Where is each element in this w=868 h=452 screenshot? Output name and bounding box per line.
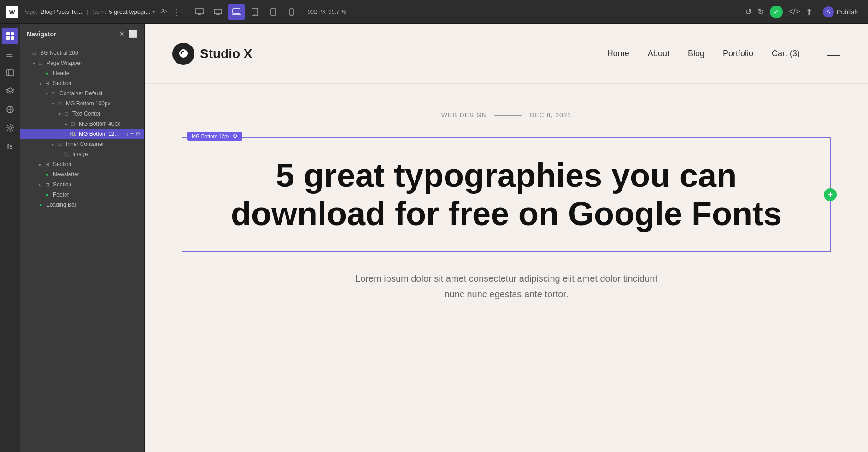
- item-type-icon-mg-bottom-12: H1: [69, 130, 76, 138]
- tree-item-section-2[interactable]: ⊞Section: [20, 159, 144, 169]
- device-desktop-button[interactable]: [209, 4, 227, 20]
- nav-link-about[interactable]: About: [648, 49, 669, 58]
- tree-item-mg-bottom-100[interactable]: □MG Bottom 100px: [20, 99, 144, 109]
- site-nav-links: Home About Blog Portfolio Cart (3): [607, 49, 840, 58]
- item-label-mg-bottom-100: MG Bottom 100px: [66, 100, 141, 107]
- tree-item-section-1[interactable]: ⊞Section: [20, 78, 144, 88]
- device-mobile-button[interactable]: [283, 4, 300, 20]
- tree-item-page-wrapper[interactable]: □Page Wrapper: [20, 58, 144, 68]
- redo-button[interactable]: ↻: [757, 7, 764, 17]
- svg-rect-9: [11, 32, 14, 35]
- item-move-up-icon[interactable]: ↑: [126, 131, 129, 137]
- nav-link-blog[interactable]: Blog: [688, 49, 704, 58]
- item-label-section-1: Section: [53, 80, 141, 87]
- svg-rect-10: [6, 36, 10, 40]
- nav-link-home[interactable]: Home: [607, 49, 629, 58]
- site-navigation: Studio X Home About Blog Portfolio Cart …: [145, 24, 868, 84]
- tree-item-inner-container[interactable]: □Inner Container: [20, 139, 144, 149]
- item-label-container-default: Container Default: [59, 90, 141, 97]
- tree-item-loading-bar[interactable]: ●Loading Bar: [20, 200, 144, 210]
- layers-button[interactable]: [2, 83, 18, 99]
- tree-item-footer[interactable]: ●Footer: [20, 190, 144, 200]
- tree-item-mg-bottom-40[interactable]: □MG Bottom 40px: [20, 119, 144, 129]
- tree-item-newsletter[interactable]: ●Newsletter: [20, 169, 144, 180]
- page-label: Page:: [22, 8, 38, 15]
- page-info: Page: Blog Posts Te... | Item: 5 great t…: [22, 8, 167, 16]
- item-type-icon-section-3: ⊞: [43, 181, 51, 188]
- navigator-header: Navigator ✕ ⬜: [20, 24, 144, 44]
- app-logo[interactable]: W: [6, 6, 18, 18]
- item-type-icon-header: ●: [43, 70, 51, 77]
- item-settings-icon[interactable]: ⚙: [135, 131, 141, 137]
- undo-button[interactable]: ↺: [745, 7, 752, 17]
- width-value: 992 PX: [308, 9, 326, 15]
- element-badge[interactable]: MG Bottom 12px ⚙: [187, 132, 242, 141]
- navigator-expand-button[interactable]: ⬜: [129, 29, 138, 38]
- item-type-icon-container-default: □: [50, 90, 57, 97]
- item-label-text-center: Text Center: [72, 110, 141, 117]
- tree-item-bg-neutral[interactable]: □BG Neutral 200: [20, 48, 144, 58]
- svg-rect-2: [233, 9, 240, 13]
- item-name[interactable]: 5 great typogr... ▾: [109, 8, 155, 15]
- pages-button[interactable]: [2, 64, 18, 81]
- tree-item-section-3[interactable]: ⊞Section: [20, 180, 144, 190]
- export-button[interactable]: ⬆: [806, 7, 813, 17]
- site-logo-icon: [172, 43, 194, 65]
- device-tablet-button[interactable]: [246, 4, 264, 20]
- blog-title-container[interactable]: MG Bottom 12px ⚙ + 5 great typographies …: [182, 137, 831, 252]
- tree-item-container-default[interactable]: □Container Default: [20, 88, 144, 99]
- settings-button[interactable]: [2, 120, 18, 136]
- user-avatar: A: [823, 6, 834, 17]
- fonts-button[interactable]: fs: [2, 138, 18, 155]
- tree-arrow-section-3[interactable]: [37, 182, 43, 187]
- tree-arrow-mg-bottom-100[interactable]: [50, 101, 56, 106]
- tree-arrow-section-2[interactable]: [37, 162, 43, 167]
- item-label-page-wrapper: Page Wrapper: [47, 60, 141, 66]
- device-desktop-large-button[interactable]: [191, 4, 208, 20]
- add-element-plus-icon[interactable]: +: [824, 188, 837, 201]
- item-label-bg-neutral: BG Neutral 200: [40, 50, 141, 56]
- device-switcher: [191, 4, 300, 20]
- item-label-header: Header: [53, 70, 141, 76]
- tree-item-text-center[interactable]: □Text Center: [20, 109, 144, 119]
- more-options-icon[interactable]: ⋮: [173, 7, 182, 17]
- save-status-icon: ✓: [770, 6, 783, 18]
- eye-icon[interactable]: 👁: [160, 8, 167, 16]
- item-type-icon-mg-bottom-100: □: [56, 100, 64, 107]
- device-laptop-button[interactable]: [228, 4, 245, 20]
- page-name[interactable]: Blog Posts Te...: [41, 8, 82, 15]
- tree-item-image[interactable]: ⬛Image: [20, 149, 144, 159]
- svg-point-7: [291, 14, 292, 15]
- device-tablet-small-button[interactable]: [264, 4, 282, 20]
- item-type-icon-page-wrapper: □: [37, 59, 44, 67]
- navigator-close-button[interactable]: ✕: [119, 29, 125, 38]
- topbar: W Page: Blog Posts Te... | Item: 5 great…: [0, 0, 868, 24]
- add-element-button[interactable]: [2, 28, 18, 44]
- tree-arrow-mg-bottom-40[interactable]: [63, 122, 69, 127]
- code-editor-button[interactable]: </>: [788, 7, 800, 17]
- tree-arrow-section-1[interactable]: [37, 81, 43, 86]
- tree-arrow-page-wrapper[interactable]: [30, 61, 37, 66]
- publish-button[interactable]: A Publish: [818, 4, 862, 20]
- cms-button[interactable]: [2, 101, 18, 118]
- topbar-right-actions: ↺ ↻ ✓ </> ⬆ A Publish: [745, 4, 862, 20]
- tree-arrow-inner-container[interactable]: [50, 142, 56, 147]
- navigator-tree: □BG Neutral 200□Page Wrapper●Header⊞Sect…: [20, 44, 144, 452]
- svg-point-4: [254, 14, 255, 15]
- gear-icon[interactable]: ⚙: [233, 133, 238, 139]
- canvas-area[interactable]: Studio X Home About Blog Portfolio Cart …: [145, 24, 868, 452]
- nav-link-portfolio[interactable]: Portfolio: [723, 49, 753, 58]
- navigator-button[interactable]: [2, 46, 18, 63]
- site-logo-name: Studio X: [200, 46, 252, 61]
- item-label-footer: Footer: [53, 191, 141, 198]
- tree-arrow-text-center[interactable]: [56, 111, 63, 116]
- tree-item-mg-bottom-12[interactable]: H1MG Bottom 12... ↑ + ⚙: [20, 129, 144, 139]
- item-add-icon[interactable]: +: [130, 131, 134, 137]
- svg-rect-0: [195, 9, 204, 14]
- separator: |: [87, 8, 88, 15]
- tree-item-header[interactable]: ●Header: [20, 68, 144, 78]
- tree-arrow-container-default[interactable]: [43, 91, 50, 96]
- hamburger-menu[interactable]: [827, 52, 840, 56]
- nav-link-cart[interactable]: Cart (3): [772, 49, 800, 58]
- item-type-icon-newsletter: ●: [43, 171, 51, 178]
